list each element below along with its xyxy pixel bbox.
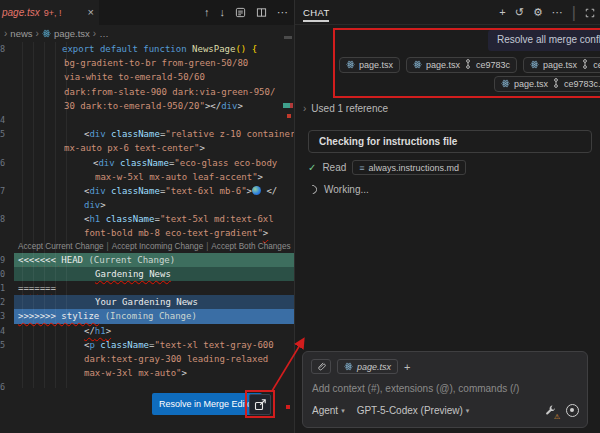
code-token: >>>>>>> stylize <box>18 311 99 321</box>
code-line: 7<div className="text-6xl mb-6"> </ <box>14 184 294 198</box>
add-context-icon[interactable]: + <box>404 361 410 373</box>
reference-chip[interactable]: page.tsxce9783c..HEAD <box>523 57 600 73</box>
react-file-icon <box>42 29 51 38</box>
line-number: 1 <box>0 281 12 295</box>
code-line: 5<p className="text-xl text-gray-600 <box>14 338 294 352</box>
chat-settings-gear-icon[interactable]: ⚙ <box>533 7 543 18</box>
more-actions-icon[interactable]: ⋯ <box>277 7 288 18</box>
resolve-in-merge-editor-button[interactable]: Resolve in Merge Editor <box>152 393 262 415</box>
scrollbar-indicator[interactable] <box>284 36 292 39</box>
globe-emoji <box>252 186 261 195</box>
vscode-window: page.tsx 9+, ! × ↑ ↓ ⋯ › news › <box>0 0 600 433</box>
current-file-context-chip[interactable]: page.tsx <box>337 359 398 374</box>
code-line: 3>>>>>>> stylize (Incoming Change) <box>14 309 294 323</box>
code-token: ======= <box>18 283 56 293</box>
breadcrumb-item-symbol[interactable]: … <box>99 28 109 39</box>
chat-tab-active-underline <box>303 20 329 22</box>
mode-label: Agent <box>312 405 338 416</box>
close-tab-icon[interactable]: × <box>88 7 94 18</box>
chat-actions: + ↺ ⚙ ⋯ | <box>499 0 595 25</box>
breadcrumb[interactable]: › news › page.tsx › … <box>4 25 109 41</box>
chat-history-icon[interactable]: ↺ <box>515 7 524 18</box>
code-token: className <box>115 158 169 168</box>
mode-picker[interactable]: Agent ▾ <box>312 405 345 416</box>
git-compare-icon <box>552 78 560 90</box>
accept-change-link[interactable]: Accept Incoming Change <box>112 242 203 251</box>
code-area[interactable]: 8export default function NewsPage() {bg-… <box>14 42 294 395</box>
code-line: font-bold mb-8 eco-text-gradient"> <box>14 226 294 240</box>
merge-codelens: Accept Current Change|Accept Incoming Ch… <box>14 241 294 253</box>
previous-change-icon[interactable]: ↑ <box>204 7 210 18</box>
reference-chip-filename: page.tsx <box>514 79 548 89</box>
input-right-actions: ⚠ <box>544 404 579 417</box>
reference-chip[interactable]: page.tsx <box>339 57 400 73</box>
code-token: > <box>199 143 204 153</box>
instructions-file-chip[interactable]: ≡ always.instructions.md <box>352 160 466 175</box>
read-label: Read <box>322 162 346 173</box>
editor-actions: ↑ ↓ ⋯ <box>204 0 288 25</box>
attachments-row: page.tsx + <box>311 359 410 374</box>
code-token: bg-gradient-to-br from-green-50/80 <box>64 58 248 68</box>
instructions-file-name: always.instructions.md <box>369 163 460 173</box>
tab-page-tsx[interactable]: page.tsx 9+, ! × <box>0 0 99 25</box>
chat-input-box[interactable]: page.tsx + Add context (#), extensions (… <box>302 351 588 428</box>
line-number: 7 <box>0 184 12 198</box>
breadcrumb-chevron: › <box>4 28 7 39</box>
code-line: 8<h1 className="text-5xl md:text-6xl <box>14 212 294 226</box>
reference-chip[interactable]: page.tsxce9783c..stylize <box>494 76 600 92</box>
line-number: 3 <box>0 309 12 323</box>
code-line: 8export default function NewsPage() { <box>14 42 294 56</box>
line-number: 6 <box>0 380 12 394</box>
code-token: > <box>258 172 263 182</box>
code-token: ></ <box>205 101 221 111</box>
attach-context-button[interactable] <box>311 359 331 374</box>
code-line: dark:text-gray-300 leading-relaxed <box>14 352 294 366</box>
code-line: dark:from-slate-900 dark:via-green-950/ <box>14 85 294 99</box>
context-chip-filename: page.tsx <box>357 362 391 372</box>
reference-chip[interactable]: page.tsxce9783c <box>406 57 517 73</box>
code-line: 30 dark:to-emerald-950/20"></div> <box>14 99 294 113</box>
code-token: className <box>106 129 160 139</box>
open-changes-icon[interactable] <box>235 7 246 18</box>
breadcrumb-item-file[interactable]: page.tsx <box>54 28 90 39</box>
code-line: 2Your Gardening News <box>14 295 294 309</box>
split-editor-icon[interactable] <box>256 7 267 18</box>
code-token: </ <box>261 186 277 196</box>
code-line: div> <box>14 198 294 212</box>
tab-filename: page.tsx <box>2 7 40 18</box>
open-merge-editor-icon-button[interactable] <box>249 394 271 415</box>
chat-header: CHAT + ↺ ⚙ ⋯ | <box>295 0 600 25</box>
overview-ruler-error-mark <box>290 103 293 108</box>
overview-ruler-error-dot <box>287 114 291 118</box>
new-chat-icon[interactable]: + <box>499 7 505 18</box>
chat-input[interactable]: Add context (#), extensions (@), command… <box>312 383 519 394</box>
code-line: bg-gradient-to-br from-green-50/80 <box>14 56 294 70</box>
code-line: max-w-5xl mx-auto leaf-accent"> <box>14 170 294 184</box>
configure-tools-button[interactable]: ⚠ <box>544 404 557 417</box>
stop-response-button[interactable] <box>566 404 579 417</box>
used-references-toggle[interactable]: › Used 1 reference <box>303 103 388 114</box>
model-picker[interactable]: GPT-5-Codex (Preview) ▾ <box>357 405 470 416</box>
code-token: "eco-glass eco-body <box>174 158 277 168</box>
code-token: dark:text-gray-300 leading-relaxed <box>84 354 268 364</box>
code-line: 5<div className="relative z-10 container <box>14 127 294 141</box>
warning-icon: ⚠ <box>554 413 560 420</box>
code-token: div <box>89 186 105 196</box>
maximize-panel-icon[interactable] <box>585 8 595 18</box>
react-file-icon <box>501 79 510 90</box>
code-token: Your Gardening News <box>95 297 198 307</box>
line-number: 8 <box>0 42 12 56</box>
next-change-icon[interactable]: ↓ <box>220 7 226 18</box>
accept-change-link[interactable]: Accept Both Changes <box>211 242 290 251</box>
chat-panel: CHAT + ↺ ⚙ ⋯ | Resolve all merge conflic… <box>294 0 600 433</box>
code-line: mx-auto px-6 text-center"> <box>14 141 294 155</box>
git-compare-icon <box>581 59 589 71</box>
breadcrumb-item-news[interactable]: news <box>10 28 32 39</box>
accept-change-link[interactable]: Accept Current Change <box>18 242 104 251</box>
chat-more-icon[interactable]: ⋯ <box>552 7 563 18</box>
git-compare-icon <box>464 59 472 71</box>
code-line: 9<<<<<<< HEAD (Current Change) <box>14 253 294 267</box>
instructions-progress-block[interactable]: Checking for instructions file <box>308 130 592 153</box>
code-token: <<<<<<< HEAD <box>18 255 83 265</box>
chat-tab-title[interactable]: CHAT <box>303 7 330 18</box>
